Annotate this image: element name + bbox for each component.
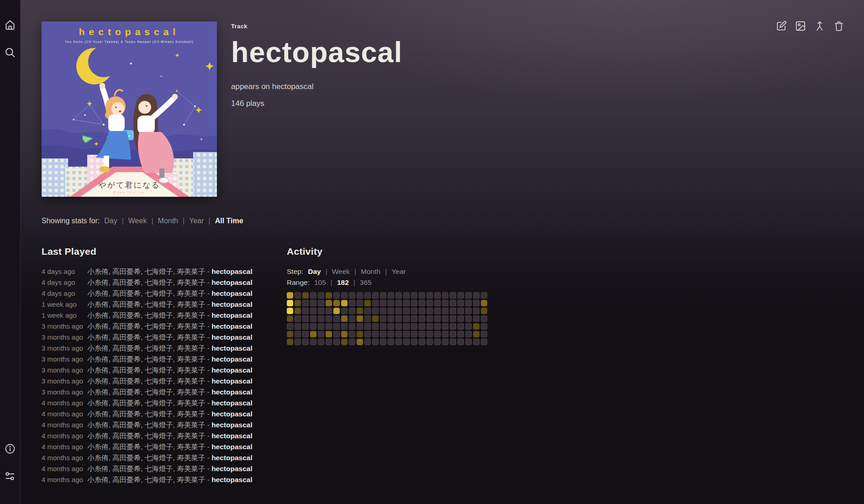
artist-link[interactable]: 寿美菜子 — [177, 443, 205, 451]
activity-cell[interactable] — [465, 315, 472, 322]
activity-cell[interactable] — [295, 315, 301, 322]
activity-cell[interactable] — [434, 292, 441, 299]
activity-cell[interactable] — [411, 292, 417, 299]
activity-cell[interactable] — [318, 339, 324, 345]
artist-link[interactable]: 小糸侑 — [87, 333, 109, 341]
activity-cell[interactable] — [465, 323, 472, 330]
activity-cell[interactable] — [341, 323, 348, 330]
activity-cell[interactable] — [302, 315, 309, 322]
activity-cell[interactable] — [326, 339, 332, 345]
activity-cell[interactable] — [287, 323, 293, 330]
activity-cell[interactable] — [473, 315, 479, 322]
activity-cell[interactable] — [357, 300, 363, 306]
artist-link[interactable]: 寿美菜子 — [177, 322, 205, 330]
stats-filter-option-week[interactable]: Week — [128, 217, 147, 225]
artist-link[interactable]: 寿美菜子 — [177, 377, 205, 385]
activity-cell[interactable] — [341, 308, 348, 314]
activity-cell[interactable] — [364, 315, 371, 322]
activity-cell[interactable] — [395, 331, 402, 337]
stats-filter-option-month[interactable]: Month — [158, 217, 178, 225]
activity-cell[interactable] — [310, 315, 316, 322]
artist-link[interactable]: 寿美菜子 — [177, 399, 205, 407]
activity-cell[interactable] — [295, 323, 301, 330]
activity-cell[interactable] — [287, 339, 293, 345]
activity-cell[interactable] — [310, 308, 316, 314]
activity-cell[interactable] — [434, 300, 441, 306]
activity-cell[interactable] — [442, 315, 448, 322]
activity-cell[interactable] — [427, 292, 433, 299]
activity-cell[interactable] — [450, 323, 456, 330]
activity-cell[interactable] — [388, 339, 394, 345]
artist-link[interactable]: 寿美菜子 — [177, 268, 205, 275]
activity-cell[interactable] — [419, 323, 425, 330]
activity-cell[interactable] — [318, 323, 324, 330]
artist-link[interactable]: 高田憂希 — [112, 366, 141, 374]
activity-cell[interactable] — [458, 292, 464, 299]
activity-cell[interactable] — [427, 315, 433, 322]
artist-link[interactable]: 小糸侑 — [87, 432, 109, 440]
artist-link[interactable]: 小糸侑 — [87, 311, 109, 319]
artist-link[interactable]: 七海燈子 — [145, 344, 173, 352]
activity-cell[interactable] — [458, 315, 464, 322]
activity-cell[interactable] — [380, 300, 386, 306]
artist-link[interactable]: 高田憂希 — [112, 344, 141, 352]
activity-cell[interactable] — [458, 331, 464, 337]
activity-cell[interactable] — [450, 308, 456, 314]
activity-cell[interactable] — [419, 300, 425, 306]
activity-cell[interactable] — [473, 308, 479, 314]
activity-cell[interactable] — [287, 292, 293, 299]
activity-cell[interactable] — [357, 292, 363, 299]
activity-cell[interactable] — [419, 292, 425, 299]
activity-cell[interactable] — [481, 300, 487, 306]
activity-cell[interactable] — [326, 308, 332, 314]
activity-cell[interactable] — [357, 323, 363, 330]
activity-cell[interactable] — [333, 323, 340, 330]
step-option-week[interactable]: Week — [332, 268, 350, 275]
activity-cell[interactable] — [465, 292, 472, 299]
stats-filter-option-all-time[interactable]: All Time — [215, 217, 243, 225]
activity-cell[interactable] — [318, 308, 324, 314]
activity-cell[interactable] — [372, 315, 379, 322]
activity-cell[interactable] — [302, 300, 309, 306]
activity-cell[interactable] — [442, 323, 448, 330]
activity-cell[interactable] — [372, 339, 379, 345]
artist-link[interactable]: 小糸侑 — [87, 421, 109, 429]
artist-link[interactable]: 高田憂希 — [112, 443, 141, 451]
activity-cell[interactable] — [302, 339, 309, 345]
activity-cell[interactable] — [326, 323, 332, 330]
artist-link[interactable]: 寿美菜子 — [177, 432, 205, 440]
activity-cell[interactable] — [450, 331, 456, 337]
artist-link[interactable]: 寿美菜子 — [177, 454, 205, 462]
activity-cell[interactable] — [465, 339, 472, 345]
activity-cell[interactable] — [372, 292, 379, 299]
track-link[interactable]: hectopascal — [211, 476, 253, 483]
activity-cell[interactable] — [357, 339, 363, 345]
artist-link[interactable]: 小糸侑 — [87, 268, 109, 275]
activity-cell[interactable] — [434, 308, 441, 314]
activity-cell[interactable] — [333, 339, 340, 345]
activity-cell[interactable] — [380, 339, 386, 345]
activity-cell[interactable] — [310, 292, 316, 299]
activity-cell[interactable] — [372, 323, 379, 330]
activity-cell[interactable] — [295, 339, 301, 345]
activity-cell[interactable] — [411, 315, 417, 322]
delete-icon[interactable] — [833, 20, 845, 32]
activity-cell[interactable] — [458, 308, 464, 314]
activity-cell[interactable] — [442, 339, 448, 345]
artist-link[interactable]: 小糸侑 — [87, 454, 109, 462]
activity-cell[interactable] — [403, 339, 410, 345]
activity-cell[interactable] — [481, 292, 487, 299]
track-link[interactable]: hectopascal — [211, 300, 253, 308]
activity-cell[interactable] — [427, 300, 433, 306]
activity-cell[interactable] — [364, 308, 371, 314]
step-option-day[interactable]: Day — [308, 268, 321, 275]
step-option-month[interactable]: Month — [361, 268, 380, 275]
activity-cell[interactable] — [349, 308, 355, 314]
activity-cell[interactable] — [419, 331, 425, 337]
artist-link[interactable]: 小糸侑 — [87, 443, 109, 451]
track-link[interactable]: hectopascal — [211, 410, 253, 418]
artist-link[interactable]: 小糸侑 — [87, 322, 109, 330]
activity-cell[interactable] — [388, 323, 394, 330]
artist-link[interactable]: 七海燈子 — [145, 333, 173, 341]
activity-cell[interactable] — [310, 331, 316, 337]
